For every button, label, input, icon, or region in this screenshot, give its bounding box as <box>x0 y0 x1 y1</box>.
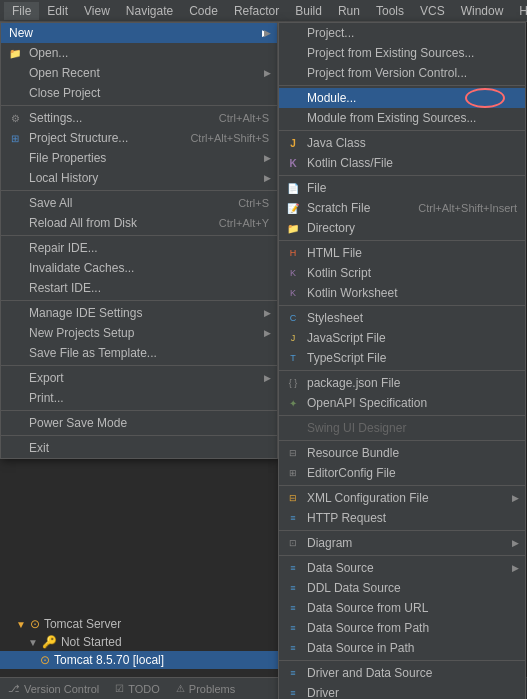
menu-item-project-vcs[interactable]: Project from Version Control... <box>279 63 525 83</box>
statusbar-todo[interactable]: ☑ TODO <box>115 683 160 695</box>
tree-item-not-started: ▼ 🔑 Not Started <box>0 633 280 651</box>
separator-3 <box>1 235 277 236</box>
menu-build[interactable]: Build <box>287 2 330 20</box>
menu-item-http-request[interactable]: ≡ HTTP Request <box>279 508 525 528</box>
menu-item-kotlin-worksheet[interactable]: K Kotlin Worksheet <box>279 283 525 303</box>
separator-r5 <box>279 305 525 306</box>
menu-item-print[interactable]: Print... <box>1 388 277 408</box>
menu-item-javascript[interactable]: J JavaScript File <box>279 328 525 348</box>
menu-item-ddl-data-source[interactable]: ≡ DDL Data Source <box>279 578 525 598</box>
menu-item-close-project[interactable]: Close Project <box>1 83 277 103</box>
diagram-icon: ⊡ <box>285 535 301 551</box>
dir-icon: 📁 <box>285 220 301 236</box>
menu-item-invalidate-caches[interactable]: Invalidate Caches... <box>1 258 277 278</box>
separator-r4 <box>279 240 525 241</box>
menu-item-scratch-file[interactable]: 📝 Scratch File Ctrl+Alt+Shift+Insert <box>279 198 525 218</box>
menu-vcs[interactable]: VCS <box>412 2 453 20</box>
menu-tools[interactable]: Tools <box>368 2 412 20</box>
java-icon: J <box>285 135 301 151</box>
file-menu-dropdown: New ▶ 📁 Open... Open Recent Close Projec… <box>0 22 278 459</box>
menu-item-ds-path[interactable]: ≡ Data Source from Path <box>279 618 525 638</box>
menu-navigate[interactable]: Navigate <box>118 2 181 20</box>
menu-window[interactable]: Window <box>453 2 512 20</box>
datasource-icon: ≡ <box>285 560 301 576</box>
menu-edit[interactable]: Edit <box>39 2 76 20</box>
tree-item-tomcat-local[interactable]: ⊙ Tomcat 8.5.70 [local] <box>0 651 280 669</box>
menu-item-local-history[interactable]: Local History <box>1 168 277 188</box>
menu-item-ds-in-path[interactable]: ≡ Data Source in Path <box>279 638 525 658</box>
menu-item-power-save[interactable]: Power Save Mode <box>1 413 277 433</box>
statusbar-problems[interactable]: ⚠ Problems <box>176 683 235 695</box>
menu-item-resource-bundle[interactable]: ⊟ Resource Bundle <box>279 443 525 463</box>
bundle-icon: ⊟ <box>285 445 301 461</box>
separator-r1 <box>279 85 525 86</box>
html-icon: H <box>285 245 301 261</box>
menu-item-new[interactable]: New ▶ <box>1 23 277 43</box>
separator-r8 <box>279 440 525 441</box>
menu-item-exit[interactable]: Exit <box>1 438 277 458</box>
separator-r7 <box>279 415 525 416</box>
menu-item-project-structure[interactable]: ⊞ Project Structure... Ctrl+Alt+Shift+S <box>1 128 277 148</box>
menu-item-module-existing[interactable]: Module from Existing Sources... <box>279 108 525 128</box>
scratch-icon: 📝 <box>285 200 301 216</box>
menu-item-project[interactable]: Project... <box>279 23 525 43</box>
menu-item-stylesheet[interactable]: C Stylesheet <box>279 308 525 328</box>
separator-r11 <box>279 555 525 556</box>
menu-item-xml-config[interactable]: ⊟ XML Configuration File <box>279 488 525 508</box>
menu-item-project-existing[interactable]: Project from Existing Sources... <box>279 43 525 63</box>
http-icon: ≡ <box>285 510 301 526</box>
menu-item-reload[interactable]: Reload All from Disk Ctrl+Alt+Y <box>1 213 277 233</box>
menu-item-diagram[interactable]: ⊡ Diagram <box>279 533 525 553</box>
menu-item-open[interactable]: 📁 Open... <box>1 43 277 63</box>
kotlin2-icon: K <box>285 265 301 281</box>
menu-item-file-properties[interactable]: File Properties <box>1 148 277 168</box>
menu-item-html-file[interactable]: H HTML File <box>279 243 525 263</box>
menu-help[interactable]: Help <box>511 2 527 20</box>
menu-item-package-json[interactable]: { } package.json File <box>279 373 525 393</box>
shortcut-scratch: Ctrl+Alt+Shift+Insert <box>398 202 517 214</box>
menu-refactor[interactable]: Refactor <box>226 2 287 20</box>
menu-item-new-projects-setup[interactable]: New Projects Setup <box>1 323 277 343</box>
ds-path-icon: ≡ <box>285 620 301 636</box>
xml-icon: ⊟ <box>285 490 301 506</box>
struct-icon: ⊞ <box>7 130 23 146</box>
ds-inpath-icon: ≡ <box>285 640 301 656</box>
menu-item-driver-datasource[interactable]: ≡ Driver and Data Source <box>279 663 525 683</box>
menu-item-typescript[interactable]: T TypeScript File <box>279 348 525 368</box>
menu-item-save-all[interactable]: Save All Ctrl+S <box>1 193 277 213</box>
menu-item-save-as-template[interactable]: Save File as Template... <box>1 343 277 363</box>
menu-item-export[interactable]: Export <box>1 368 277 388</box>
tree-label: Tomcat 8.5.70 [local] <box>54 653 164 667</box>
menu-item-kotlin-script[interactable]: K Kotlin Script <box>279 263 525 283</box>
kotlin-icon: K <box>285 155 301 171</box>
menu-file[interactable]: File <box>4 2 39 20</box>
statusbar-version-control[interactable]: ⎇ Version Control <box>8 683 99 695</box>
problems-icon: ⚠ <box>176 683 185 694</box>
annotation-circle <box>465 88 505 108</box>
menu-item-restart-ide[interactable]: Restart IDE... <box>1 278 277 298</box>
separator-7 <box>1 435 277 436</box>
project-tree: ▼ ⊙ Tomcat Server ▼ 🔑 Not Started ⊙ Tomc… <box>0 607 280 677</box>
menu-item-file[interactable]: 📄 File <box>279 178 525 198</box>
menu-item-repair-ide[interactable]: Repair IDE... <box>1 238 277 258</box>
vc-icon: ⎇ <box>8 683 20 694</box>
menu-item-editorconfig[interactable]: ⊞ EditorConfig File <box>279 463 525 483</box>
menu-code[interactable]: Code <box>181 2 226 20</box>
menu-item-directory[interactable]: 📁 Directory <box>279 218 525 238</box>
separator-1 <box>1 105 277 106</box>
menu-item-data-source[interactable]: ≡ Data Source <box>279 558 525 578</box>
menu-view[interactable]: View <box>76 2 118 20</box>
menu-item-openapi[interactable]: ✦ OpenAPI Specification <box>279 393 525 413</box>
menu-item-ds-url[interactable]: ≡ Data Source from URL <box>279 598 525 618</box>
separator-r3 <box>279 175 525 176</box>
menu-item-driver[interactable]: ≡ Driver <box>279 683 525 699</box>
menu-item-java-class[interactable]: J Java Class <box>279 133 525 153</box>
todo-icon: ☑ <box>115 683 124 694</box>
menu-item-module[interactable]: Module... <box>279 88 525 108</box>
menu-item-manage-ide[interactable]: Manage IDE Settings <box>1 303 277 323</box>
menu-item-open-recent[interactable]: Open Recent <box>1 63 277 83</box>
tree-label: Tomcat Server <box>44 617 121 631</box>
menu-item-settings[interactable]: ⚙ Settings... Ctrl+Alt+S <box>1 108 277 128</box>
menu-run[interactable]: Run <box>330 2 368 20</box>
menu-item-kotlin-class[interactable]: K Kotlin Class/File <box>279 153 525 173</box>
